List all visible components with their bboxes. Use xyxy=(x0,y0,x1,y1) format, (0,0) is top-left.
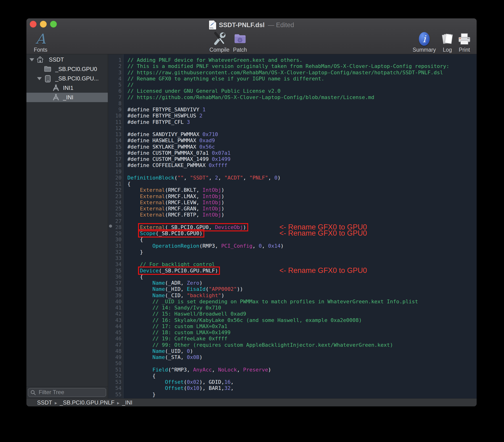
code-line: // 99: Other (requires custom AppleBackl… xyxy=(127,342,477,348)
toolbar-item-print[interactable]: Print xyxy=(451,32,477,54)
line-number: 25 xyxy=(108,206,123,212)
line-number: 11 xyxy=(108,119,123,125)
maciasl-window: DSL SSDT-PNLF.dsl — Edited A Fonts xyxy=(26,18,477,407)
line-number: 6 xyxy=(108,88,123,94)
device-icon-wrap xyxy=(44,75,52,82)
breadcrumb: SSDT▸_SB.PCI0.GPU.PNLF▸_INI xyxy=(37,399,132,406)
code-line xyxy=(127,169,477,175)
tree-item-label: _INI xyxy=(63,94,73,101)
breadcrumb-item: _SB.PCI0.GPU.PNLF xyxy=(60,399,114,406)
device-icon xyxy=(44,75,52,83)
tree-item-gpu-device[interactable]: _SB.PCI0.GPU... xyxy=(26,74,108,83)
patch-icon xyxy=(233,32,247,46)
tree-item-ini1[interactable]: INI1 xyxy=(26,83,108,93)
line-number: 3 xyxy=(108,70,123,76)
code-line: External(RMCF.FBTP, IntObj) xyxy=(127,212,477,218)
code-line: // Rename GFX0 to anything else if your … xyxy=(127,76,477,82)
code-line: #define CUSTOM_PWMMAX_07a1 0x07a1 xyxy=(127,150,477,156)
code-line: // 14: Sandy/Ivy 0x710 xyxy=(127,305,477,311)
line-number: 10 xyxy=(108,113,123,119)
toolbar-label-log: Log xyxy=(443,47,452,53)
line-number: 26 xyxy=(108,212,123,218)
code-line: // 18: custom LMAX=0x1499 xyxy=(127,330,477,336)
disclosure-triangle-icon[interactable] xyxy=(30,58,34,61)
line-number: 12 xyxy=(108,125,123,131)
code-line: { xyxy=(127,274,477,280)
title-group: DSL SSDT-PNLF.dsl — Edited xyxy=(26,18,477,32)
code-line: { xyxy=(127,181,477,187)
line-number: 29 xyxy=(108,230,123,237)
annotation-text: <- Rename GFX0 to GPU0 xyxy=(279,229,367,237)
disclosure-triangle-icon[interactable] xyxy=(37,77,42,80)
line-number: 14 xyxy=(108,138,123,144)
line-number: 47 xyxy=(108,342,123,348)
line-number: 51 xyxy=(108,367,123,373)
line-number: 27 xyxy=(108,218,123,224)
toolbar-item-patch[interactable]: Patch xyxy=(226,32,254,54)
tree-item-ssdt[interactable]: SSDT xyxy=(26,55,108,64)
home-icon-wrap xyxy=(36,56,44,63)
line-number: 19 xyxy=(108,169,123,175)
code-line: External(RMCF.LMAX, IntObj) xyxy=(127,194,477,199)
code-line: // Adding PNLF device for WhateverGreen.… xyxy=(127,57,477,63)
annotation-text: <- Rename GFX0 to GPU0 xyxy=(279,266,367,275)
code-line: { xyxy=(127,373,477,379)
line-number: 38 xyxy=(108,286,123,292)
splitter-handle[interactable] xyxy=(109,225,112,228)
content-area: SSDT_SB.PCI0.GPU0_SB.PCI0.GPU...INI1_INI… xyxy=(26,54,477,398)
tree-item-ini[interactable]: _INI xyxy=(26,93,108,102)
code-line: #define FBTYPE_HSWPLUS 2 xyxy=(127,113,477,119)
compile-icon xyxy=(212,32,227,46)
code-line: // https://github.com/RehabMan/OS-X-Clov… xyxy=(127,94,477,101)
line-number: 24 xyxy=(108,199,123,206)
code-line xyxy=(127,125,477,131)
code-line: // This is a modified PNLF version origi… xyxy=(127,63,477,69)
line-number: 8 xyxy=(108,101,123,106)
breadcrumb-item: SSDT xyxy=(37,399,52,406)
window-title: SSDT-PNLF.dsl xyxy=(219,21,265,29)
line-number: 5 xyxy=(108,82,123,88)
toolbar-label-patch: Patch xyxy=(233,47,247,53)
code-line: #define FBTYPE_CFL 3 xyxy=(127,119,477,125)
line-number: 16 xyxy=(108,150,123,156)
code-editor[interactable]: // Adding PNLF device for WhateverGreen.… xyxy=(123,54,477,398)
search-icon xyxy=(30,390,36,396)
quill-glyph xyxy=(210,22,215,26)
code-line: DefinitionBlock("", "SSDT", 2, "ACDT", "… xyxy=(127,175,477,181)
breadcrumb-separator-icon: ▸ xyxy=(55,400,57,406)
code-line: // 16: Skylake/KabyLake 0x56c (and some … xyxy=(127,317,477,323)
code-line: Offset(0x10), BAR1,32, xyxy=(127,385,477,391)
folder-icon-wrap xyxy=(44,65,52,73)
tree-item-label: INI1 xyxy=(63,85,73,91)
line-number: 30 xyxy=(108,237,123,243)
line-number: 21 xyxy=(108,181,123,187)
toolbar-item-fonts[interactable]: A Fonts xyxy=(28,32,53,54)
breadcrumb-separator-icon: ▸ xyxy=(117,400,119,406)
toolbar: A Fonts Compile xyxy=(26,32,477,54)
tree-item-label: _SB.PCI0.GPU0 xyxy=(55,66,97,72)
code-line: #define HASWELL_PWMMAX 0xad9 xyxy=(127,138,477,144)
code-line xyxy=(127,101,477,106)
filter-tree-input[interactable] xyxy=(28,388,106,397)
tree-item-gpu0-folder[interactable]: _SB.PCI0.GPU0 xyxy=(26,64,108,74)
line-number: 46 xyxy=(108,336,123,342)
code-line: #define FBTYPE_SANDYIVY 1 xyxy=(127,106,477,113)
home-icon xyxy=(36,56,44,63)
code-line: Name(_CID, "backlight") xyxy=(127,292,477,299)
code-line: // xyxy=(127,82,477,88)
line-number: 33 xyxy=(108,255,123,261)
line-number: 36 xyxy=(108,274,123,280)
code-line: External(RMCF.LEVW, IntObj) xyxy=(127,199,477,206)
line-number: 23 xyxy=(108,194,123,199)
line-number: 1 xyxy=(108,57,123,63)
toolbar-label-summary: Summary xyxy=(413,47,436,53)
line-number: 41 xyxy=(108,305,123,311)
code-line: Name(_STA, 0x0B) xyxy=(127,354,477,360)
code-line: OperationRegion(RMP3, PCI_Config, 0, 0x1… xyxy=(127,243,477,249)
window-title-edited: — Edited xyxy=(268,21,294,29)
line-number: 45 xyxy=(108,330,123,336)
toolbar-item-summary[interactable]: i Summary xyxy=(410,32,438,54)
code-line: Field(^RMP3, AnyAcc, NoLock, Preserve) xyxy=(127,367,477,373)
fonts-icon: A xyxy=(36,32,46,46)
toolbar-label-print: Print xyxy=(459,47,470,53)
